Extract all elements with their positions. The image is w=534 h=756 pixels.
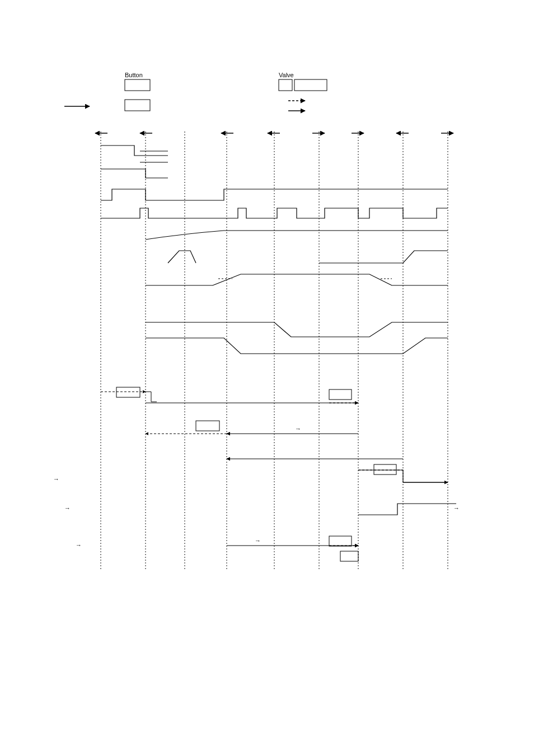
mini-box-1 (116, 387, 140, 397)
mini-box-6 (340, 551, 358, 561)
legend-box-4 (294, 79, 327, 91)
legend-box-1 (125, 79, 150, 91)
small-arrow-glyph-2: → (255, 537, 261, 544)
timing-diagram-svg: → → → → → → Button Valve (0, 0, 534, 756)
mini-box-4 (374, 464, 396, 475)
mini-box-5 (329, 536, 352, 546)
mini-step-1 (146, 392, 157, 402)
margin-arrow-right: → (453, 505, 460, 511)
legend-valve-label: Valve (279, 72, 294, 78)
guide-lines (101, 132, 448, 571)
legend-box-2 (125, 100, 150, 111)
legend-button-label: Button (125, 72, 143, 78)
margin-arrow-1: → (53, 476, 59, 482)
small-arrow-glyph-1: → (295, 425, 301, 432)
margin-arrow-2: → (64, 505, 71, 511)
margin-arrow-3: → (76, 542, 82, 548)
mini-box-2 (329, 389, 352, 400)
legend-box-3 (279, 79, 292, 91)
diagram-page: → → → → → → Button Valve (0, 0, 534, 756)
mini-box-3 (196, 421, 219, 431)
